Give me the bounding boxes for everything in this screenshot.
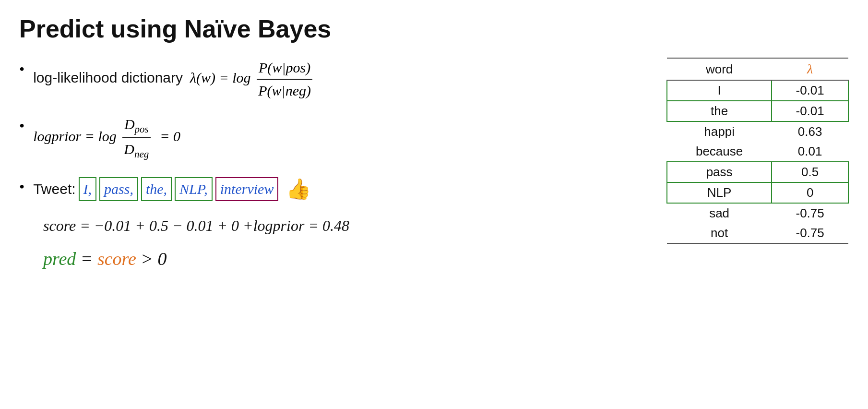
table-row: not -0.75 [667, 223, 848, 243]
col-lambda-header: λ [772, 58, 848, 80]
cell-word: sad [667, 203, 772, 223]
cell-lambda: -0.75 [772, 223, 848, 243]
cell-word: because [667, 142, 772, 162]
bullet-2-content: logprior = log Dpos Dneg = 0 [33, 114, 180, 162]
tweet-word-pass: pass, [99, 177, 138, 201]
table-row: I -0.01 [667, 80, 848, 101]
fraction-denominator: P(w|neg) [256, 80, 313, 101]
score-section: score = −0.01 + 0.5 − 0.01 + 0 +logprior… [19, 217, 638, 235]
pred-gt-zero: > 0 [141, 249, 166, 269]
pred-label: pred [43, 249, 76, 269]
bullet-dot-3: • [19, 179, 24, 194]
left-panel: • log-likelihood dictionary λ(w) = log P… [19, 58, 638, 269]
bullet-dot-2: • [19, 118, 24, 133]
page-title: Predict using Naïve Bayes [19, 14, 849, 43]
bullet-1-label: log-likelihood dictionary [33, 70, 183, 85]
bullet-3: • Tweet: I, pass, the, NLP, interview 👍 [19, 175, 638, 204]
cell-lambda: 0.63 [772, 121, 848, 142]
logprior-equals-zero: = 0 [156, 128, 180, 144]
cell-lambda: -0.01 [772, 80, 848, 101]
fraction-numerator: P(w|pos) [257, 58, 312, 80]
tweet-word-the: the, [141, 177, 172, 201]
logprior-denominator: Dneg [122, 138, 151, 161]
tweet-container: Tweet: I, pass, the, NLP, interview 👍 [33, 175, 311, 204]
logprior-fraction: Dpos Dneg [122, 114, 151, 162]
pred-equals: = [81, 249, 97, 269]
table-header-row: word λ [667, 58, 848, 80]
table-row: the -0.01 [667, 101, 848, 121]
bullet-2: • logprior = log Dpos Dneg = 0 [19, 114, 638, 162]
tweet-word-I: I, [79, 177, 97, 201]
right-panel: word λ I -0.01 the -0.01 happi 0 [666, 58, 849, 244]
pred-section: pred = score > 0 [19, 248, 638, 269]
cell-lambda: -0.01 [772, 101, 848, 121]
likelihood-fraction: P(w|pos) P(w|neg) [256, 58, 313, 101]
score-equation: score = −0.01 + 0.5 − 0.01 + 0 +logprior… [43, 217, 349, 234]
page-container: Predict using Naïve Bayes • log-likeliho… [19, 14, 849, 269]
table-row: pass 0.5 [667, 162, 848, 182]
bullet-1-content: log-likelihood dictionary λ(w) = log P(w… [33, 58, 315, 101]
cell-lambda: -0.75 [772, 203, 848, 223]
cell-lambda: 0 [772, 182, 848, 203]
main-content: • log-likelihood dictionary λ(w) = log P… [19, 58, 849, 269]
cell-word: not [667, 223, 772, 243]
cell-word: the [667, 101, 772, 121]
tweet-word-NLP: NLP, [175, 177, 213, 201]
col-word-header: word [667, 58, 772, 80]
tweet-label: Tweet: [33, 179, 75, 199]
cell-lambda: 0.01 [772, 142, 848, 162]
table-row: happi 0.63 [667, 121, 848, 142]
logprior-formula: logprior = log [33, 128, 120, 144]
cell-word: happi [667, 121, 772, 142]
bullet-1: • log-likelihood dictionary λ(w) = log P… [19, 58, 638, 101]
bullet-dot-1: • [19, 61, 24, 77]
cell-word: pass [667, 162, 772, 182]
table-row: NLP 0 [667, 182, 848, 203]
cell-lambda: 0.5 [772, 162, 848, 182]
tweet-word-interview: interview [215, 177, 279, 201]
lambda-formula: λ(w) = log [187, 70, 255, 85]
lambda-table: word λ I -0.01 the -0.01 happi 0 [666, 58, 849, 244]
cell-word: NLP [667, 182, 772, 203]
thumbs-up-icon: 👍 [286, 175, 311, 204]
table-row: because 0.01 [667, 142, 848, 162]
table-row: sad -0.75 [667, 203, 848, 223]
pred-score: score [97, 249, 136, 269]
cell-word: I [667, 80, 772, 101]
bullet-3-content: Tweet: I, pass, the, NLP, interview 👍 [33, 175, 311, 204]
logprior-numerator: Dpos [122, 114, 151, 138]
